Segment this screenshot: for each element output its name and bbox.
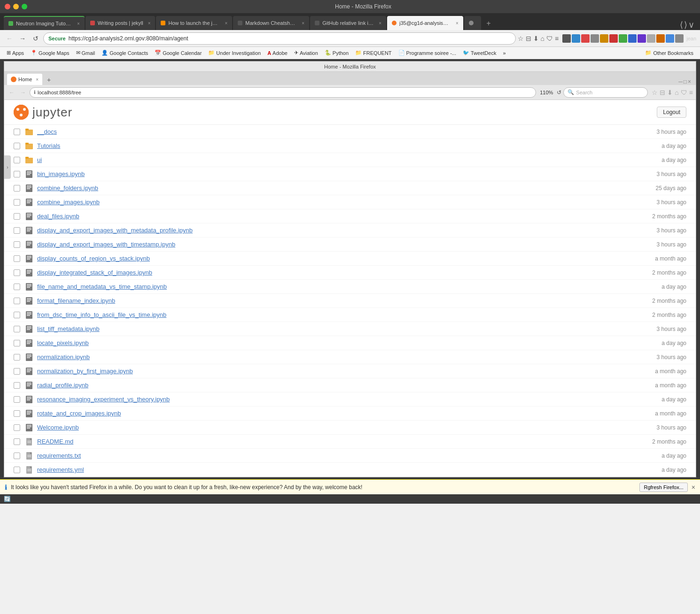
maximize-window-button[interactable] xyxy=(22,4,27,9)
browser-tab-5[interactable]: GitHub relative link in Mar... × xyxy=(310,16,386,30)
file-name-17[interactable]: normalization_by_first_image.ipynb xyxy=(37,368,646,375)
tab-close-1[interactable]: × xyxy=(77,21,80,26)
file-name-24[interactable]: requirements.yml xyxy=(37,466,652,473)
ext-icon-13[interactable] xyxy=(675,34,684,43)
file-checkbox-22[interactable] xyxy=(14,438,20,445)
file-checkbox-18[interactable] xyxy=(14,382,20,389)
file-name-3[interactable]: bin_images.ipynb xyxy=(37,170,647,177)
tab-close-2[interactable]: × xyxy=(148,21,151,26)
ext-icon-5[interactable] xyxy=(600,34,608,43)
file-name-6[interactable]: deal_files.ipynb xyxy=(37,213,643,220)
file-name-11[interactable]: file_name_and_metadata_vs_time_stamp.ipy… xyxy=(37,283,652,290)
inner-shield-icon[interactable]: 🛡 xyxy=(681,89,687,96)
inner-new-tab-button[interactable]: + xyxy=(43,75,54,85)
file-name-1[interactable]: Tutorials xyxy=(37,142,652,149)
bookmark-more[interactable]: » xyxy=(500,49,508,57)
file-checkbox-19[interactable] xyxy=(14,396,20,403)
ext-icon-4[interactable] xyxy=(591,34,599,43)
ext-icon-9[interactable] xyxy=(638,34,646,43)
inner-address-bar[interactable]: ℹ localhost:8888/tree xyxy=(30,87,536,98)
bookmark-contacts[interactable]: 👤 Google Contacts xyxy=(99,49,151,57)
inner-tab-home[interactable]: Home × xyxy=(7,74,42,85)
ext-icon-2[interactable] xyxy=(572,34,580,43)
file-checkbox-16[interactable] xyxy=(14,354,20,361)
file-checkbox-23[interactable] xyxy=(14,453,20,459)
file-checkbox-6[interactable] xyxy=(14,213,20,220)
ext-icon-7[interactable] xyxy=(619,34,627,43)
ext-icon-3[interactable] xyxy=(581,34,590,43)
bookmark-python[interactable]: 🐍 Python xyxy=(322,49,351,57)
file-name-22[interactable]: README.md xyxy=(37,438,643,445)
file-name-16[interactable]: normalization.ipynb xyxy=(37,353,647,361)
file-checkbox-5[interactable] xyxy=(14,199,20,206)
bookmark-calendar[interactable]: 📅 Google Calendar xyxy=(152,49,204,57)
file-name-21[interactable]: Welcome.ipynb xyxy=(37,424,647,431)
bookmark-star-icon[interactable]: ☆ xyxy=(518,35,524,42)
file-name-15[interactable]: locate_pixels.ipynb xyxy=(37,339,652,346)
file-checkbox-10[interactable] xyxy=(14,269,20,276)
file-checkbox-3[interactable] xyxy=(14,171,20,177)
forward-button[interactable]: → xyxy=(17,33,28,44)
file-name-8[interactable]: display_and_export_images_with_timestamp… xyxy=(37,241,647,248)
inner-menu-icon[interactable]: ≡ xyxy=(689,89,693,96)
file-checkbox-9[interactable] xyxy=(14,255,20,262)
tab-close-5[interactable]: × xyxy=(379,21,381,26)
logout-button[interactable]: Logout xyxy=(657,107,686,118)
bookmark-frequent[interactable]: 📁 FREQUENT xyxy=(352,49,395,57)
ext-icon-11[interactable] xyxy=(656,34,665,43)
notification-close-button[interactable]: × xyxy=(692,484,695,491)
inner-restore-button[interactable]: □ xyxy=(684,78,687,85)
inner-reload-button[interactable]: ↺ xyxy=(557,89,561,96)
file-checkbox-17[interactable] xyxy=(14,368,20,375)
file-name-13[interactable]: from_dsc_time_info_to_ascii_file_vs_time… xyxy=(37,311,643,318)
bookmark-apps[interactable]: ⊞ Apps xyxy=(4,49,27,57)
file-checkbox-7[interactable] xyxy=(14,227,20,234)
ext-icon-10[interactable] xyxy=(647,34,655,43)
inner-star-icon[interactable]: ☆ xyxy=(652,89,658,96)
home-icon[interactable]: ⌂ xyxy=(541,35,544,42)
tab-close-3[interactable]: × xyxy=(225,21,227,26)
tab-close-4[interactable]: × xyxy=(302,21,304,26)
tabs-down-button[interactable]: ∨ xyxy=(688,20,694,30)
new-tab-button[interactable]: + xyxy=(482,17,495,30)
inner-minimize-button[interactable]: ─ xyxy=(678,78,683,85)
inner-search-bar[interactable]: 🔍 Search xyxy=(563,87,648,98)
reader-view-icon[interactable]: ⊟ xyxy=(526,35,531,42)
bookmark-aviation[interactable]: ✈ Aviation xyxy=(291,49,321,57)
bookmark-investigation[interactable]: 📁 Under Investigation xyxy=(205,49,264,57)
file-name-23[interactable]: requirements.txt xyxy=(37,452,652,459)
file-checkbox-2[interactable] xyxy=(14,157,20,163)
browser-tab-6[interactable]: j35@cg1d-analysis2.ornl... × xyxy=(387,16,463,30)
back-button[interactable]: ← xyxy=(4,33,15,44)
file-checkbox-24[interactable] xyxy=(14,467,20,473)
shield-icon[interactable]: 🛡 xyxy=(546,35,553,42)
bookmark-other[interactable]: 📁 Other Bookmarks xyxy=(642,49,696,57)
minimize-window-button[interactable] xyxy=(13,4,19,9)
file-name-2[interactable]: ui xyxy=(37,156,652,163)
bookmark-tweetdeck[interactable]: 🐦 TweetDeck xyxy=(460,49,499,57)
file-checkbox-14[interactable] xyxy=(14,326,20,332)
bookmark-maps[interactable]: 📍 Google Maps xyxy=(28,49,72,57)
file-name-19[interactable]: resonance_imaging_experiment_vs_theory.i… xyxy=(37,396,652,403)
file-checkbox-8[interactable] xyxy=(14,241,20,248)
reload-button[interactable]: ↺ xyxy=(30,33,41,44)
bookmark-programme[interactable]: 📄 Programme soiree -... xyxy=(396,49,459,57)
file-name-7[interactable]: display_and_export_images_with_metadata_… xyxy=(37,227,647,234)
tabs-expand-button[interactable]: ⟩ xyxy=(684,20,687,30)
address-bar[interactable]: Secure https://cg1d-analysis2.ornl.gov:8… xyxy=(43,32,516,45)
hamburger-menu-icon[interactable]: ≡ xyxy=(555,35,559,42)
inner-bookmark-icon[interactable]: ⊟ xyxy=(660,89,665,96)
tab-close-6[interactable]: × xyxy=(456,21,459,26)
file-checkbox-20[interactable] xyxy=(14,410,20,417)
file-name-4[interactable]: combine_folders.ipynb xyxy=(37,184,646,192)
file-name-14[interactable]: list_tiff_metadata.ipynb xyxy=(37,325,647,332)
file-checkbox-21[interactable] xyxy=(14,424,20,431)
file-checkbox-13[interactable] xyxy=(14,312,20,318)
inner-back-button[interactable]: ← xyxy=(7,88,16,97)
ext-icon-12[interactable] xyxy=(666,34,674,43)
inner-forward-button[interactable]: → xyxy=(18,88,28,97)
ext-icon-1[interactable] xyxy=(562,34,571,43)
file-checkbox-4[interactable] xyxy=(14,185,20,192)
ext-icon-6[interactable] xyxy=(609,34,618,43)
file-name-10[interactable]: display_integrated_stack_of_images.ipynb xyxy=(37,269,643,276)
